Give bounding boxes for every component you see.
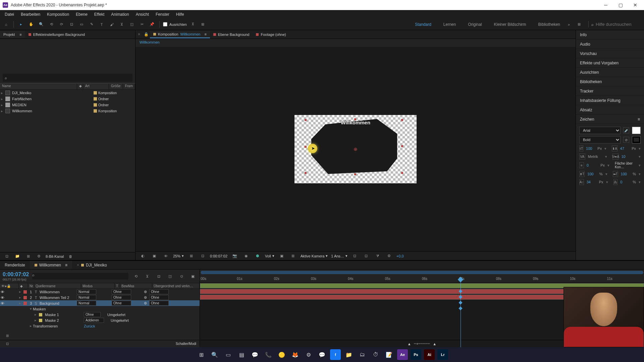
hscale-value[interactable]: 100 (621, 172, 630, 176)
camera-dropdown[interactable]: Aktive Kamera ▾ (301, 254, 328, 258)
menu-datei[interactable]: Datei (1, 11, 17, 18)
col-name[interactable]: Name (0, 83, 77, 89)
tl-op1-icon[interactable]: ⟲ (132, 272, 140, 280)
project-item[interactable]: ▸FarbflächenOrdner (0, 96, 135, 102)
font-family-select[interactable]: Arial (579, 127, 621, 134)
panel-item-bibliotheken[interactable]: Bibliotheken (576, 77, 644, 86)
panel-item-tracker[interactable]: Tracker (576, 86, 644, 96)
trash-icon[interactable]: 🗑 (66, 252, 74, 260)
mask-handle[interactable] (401, 145, 403, 147)
bit-depth-label[interactable]: 8-Bit-Kanal (46, 254, 64, 258)
text-tool[interactable]: T (98, 20, 106, 28)
help-search-input[interactable] (596, 22, 639, 27)
settings-icon[interactable]: ⚙ (35, 252, 43, 260)
zoom-out-icon[interactable]: ▲ (408, 342, 411, 346)
grid-icon[interactable]: ⊞ (187, 252, 195, 260)
pen-tool[interactable]: ✎ (88, 20, 96, 28)
mask-handle[interactable] (305, 172, 307, 174)
workspace-original[interactable]: Original (465, 21, 484, 28)
home-icon[interactable]: ⌂ (2, 20, 10, 28)
menu-effekt[interactable]: Effekt (91, 11, 108, 18)
project-tab[interactable]: Effekteinstellungen Background (25, 31, 89, 38)
taskbar-icon[interactable]: ⚙ (303, 349, 314, 360)
menu-ebene[interactable]: Ebene (72, 11, 91, 18)
interpret-icon[interactable]: ⊡ (3, 252, 11, 260)
workspace-grid-icon[interactable]: ⊞ (575, 20, 583, 28)
tl-op6-icon[interactable]: ▣ (189, 272, 197, 280)
menu-hilfe[interactable]: Hilfe (173, 11, 187, 18)
mask-handle[interactable] (401, 172, 403, 174)
zoom-slider[interactable]: ━●━━━━━ (414, 342, 430, 346)
v2-icon[interactable]: ⊡ (362, 252, 370, 260)
toggle-channel-icon[interactable]: ▣ (150, 252, 158, 260)
workspace-standard[interactable]: Standard (412, 21, 434, 28)
taskbar-icon[interactable]: f (330, 349, 341, 360)
stroke-color-swatch[interactable] (632, 136, 641, 143)
panel-menu-icon[interactable]: ≡ (638, 117, 640, 122)
eraser-tool[interactable]: ◫ (128, 20, 136, 28)
mask-handle[interactable] (354, 173, 356, 175)
project-item[interactable]: ▸DJI_MexikoKomposition (0, 90, 135, 96)
layer-row[interactable]: 👁▸3SBackgroundNormalOhne⊚Ohne (0, 300, 200, 306)
kerning-value[interactable]: Metrik (588, 155, 603, 159)
taskbar-icon[interactable]: Ai (424, 349, 435, 360)
taskbar-icon[interactable]: 🗂 (357, 349, 368, 360)
orbit-tool[interactable]: ⟲ (47, 20, 55, 28)
menu-bearbeiten[interactable]: Bearbeiten (17, 11, 44, 18)
panel-item-effekte-und-vorgaben[interactable]: Effekte und Vorgaben (576, 58, 644, 68)
panel-item-audio[interactable]: Audio (576, 40, 644, 49)
mask-row[interactable]: ▸Maske 1OhneUmgekehrt (0, 312, 200, 317)
tl-toggle1-icon[interactable]: ⊞ (3, 332, 11, 340)
switches-modes-label[interactable]: Schalter/Modi (176, 342, 196, 346)
menu-animation[interactable]: Animation (108, 11, 132, 18)
project-item[interactable]: ▸MEDIENOrdner (0, 102, 135, 108)
rect-tool[interactable]: ▭ (77, 20, 86, 28)
stroke-width-value[interactable]: 0 (587, 163, 598, 167)
v4-icon[interactable]: ⚙ (385, 252, 393, 260)
snapshot-icon[interactable]: 📷 (231, 252, 239, 260)
exposure-value[interactable]: +0,0 (396, 254, 404, 258)
mask-row[interactable]: ▸Maske 2AddierenUmgekehrt (0, 317, 200, 323)
project-tab[interactable]: Projekt≡ (0, 31, 25, 38)
toggle-alpha-icon[interactable]: ◐ (139, 252, 147, 260)
panel-item-absatz[interactable]: Absatz (576, 105, 644, 115)
taskbar-icon[interactable]: 💬 (250, 349, 260, 360)
viewer-timecode[interactable]: 0:00:07:02 (210, 254, 227, 258)
comp-tab[interactable]: KompositionWillkommen≡ (150, 31, 210, 38)
tl-col-name[interactable]: Quellenname (34, 283, 81, 289)
toggle-mask-icon[interactable]: 👁 (162, 252, 170, 260)
views-dropdown[interactable]: 1 Ans… ▾ (331, 254, 347, 258)
breadcrumb[interactable]: Willkommen (140, 40, 160, 44)
font-size-value[interactable]: 100 (586, 146, 595, 150)
mask-handle[interactable] (305, 119, 307, 121)
transform-group[interactable]: ▸TransformierenZurück (0, 323, 200, 329)
taskbar-icon[interactable]: Lr (437, 349, 448, 360)
transparent-icon[interactable]: ⊞ (289, 252, 297, 260)
new-comp-icon[interactable]: ⊞ (24, 252, 32, 260)
tl-op4-icon[interactable]: ◫ (166, 272, 174, 280)
taskbar-icon[interactable]: 🦊 (290, 349, 301, 360)
tl-toggle2-icon[interactable]: ⊡ (3, 340, 11, 348)
comp-tab-close-icon[interactable]: ✕ (136, 32, 143, 37)
brush-tool[interactable]: 🖌 (108, 20, 116, 28)
tl-col-t[interactable]: T (115, 283, 120, 289)
font-style-select[interactable]: Bold (579, 136, 621, 143)
taskbar-icon[interactable]: 📞 (263, 349, 274, 360)
comp-tab[interactable]: Footage (ohne) (253, 31, 289, 38)
panel-item-inhaltsbasierte-füllung[interactable]: Inhaltsbasierte Füllung (576, 96, 644, 105)
roi-icon[interactable]: ▣ (278, 252, 286, 260)
workspace-bibliotheken[interactable]: Bibliotheken (536, 21, 563, 28)
taskbar-icon[interactable]: ▤ (236, 349, 247, 360)
comp-viewer[interactable]: ⊕ Willkommen ➤ (136, 47, 576, 251)
camera-tool[interactable]: ⊡ (67, 20, 75, 28)
taskbar-icon[interactable]: ⊞ (196, 349, 207, 360)
puppet-tool[interactable]: 📌 (148, 20, 156, 28)
zoom-tool[interactable]: 🔍 (37, 20, 45, 28)
tl-col-parent[interactable]: Übergeordnet und verkn… (152, 283, 200, 289)
panel-item-info[interactable]: Info (576, 30, 644, 40)
new-folder-icon[interactable]: 📁 (13, 252, 21, 260)
layer-row[interactable]: 👁▸2TWillkommen Teil 2NormalOhne⊚Ohne (0, 295, 200, 300)
hand-tool[interactable]: ✋ (27, 20, 35, 28)
tsume-value[interactable]: 0 (620, 180, 630, 184)
guides-icon[interactable]: ⊡ (199, 252, 207, 260)
